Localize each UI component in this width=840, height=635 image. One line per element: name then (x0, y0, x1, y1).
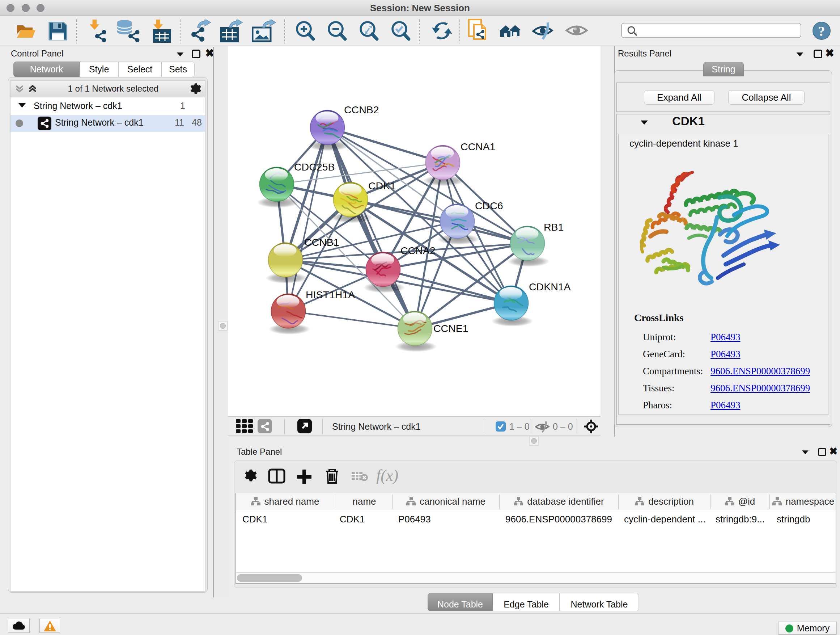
svg-text:CDC25B: CDC25B (294, 161, 335, 173)
svg-text:CCNB2: CCNB2 (344, 104, 379, 116)
svg-text:CCNB1: CCNB1 (304, 236, 339, 248)
svg-text:CDK1: CDK1 (368, 180, 396, 192)
svg-text:CCNA1: CCNA1 (461, 141, 496, 152)
svg-text:RB1: RB1 (544, 221, 564, 233)
svg-text:CDKN1A: CDKN1A (529, 281, 571, 293)
svg-text:CCNA2: CCNA2 (401, 245, 436, 256)
svg-text:HIST1H1A: HIST1H1A (306, 289, 355, 301)
svg-text:CDC6: CDC6 (475, 200, 503, 211)
svg-text:CCNE1: CCNE1 (433, 323, 469, 334)
